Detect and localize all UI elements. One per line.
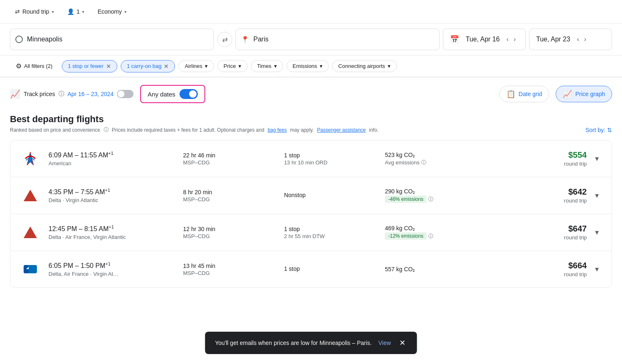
emissions-value: 557 kg CO₂ bbox=[385, 266, 520, 272]
chevron-down-icon: ▾ bbox=[82, 10, 84, 14]
chevron-down-icon: ▾ bbox=[52, 10, 54, 14]
airlines-filter-chip[interactable]: Airlines ▾ bbox=[178, 60, 214, 72]
prices-note: Prices include required taxes + fees for… bbox=[112, 127, 265, 133]
toast-message: You'll get emails when prices are low fo… bbox=[215, 340, 372, 346]
stops-text: 1 stop bbox=[284, 265, 385, 272]
location-pin-icon: 📍 bbox=[241, 36, 249, 43]
track-prices-toggle[interactable] bbox=[117, 90, 134, 98]
stops-text: Nonstop bbox=[284, 192, 385, 198]
svg-marker-3 bbox=[24, 227, 37, 238]
toolbar-row: 📈 Track prices ⓘ Apr 16 – 23, 2024 Any d… bbox=[0, 77, 622, 111]
date-grid-button[interactable]: 📋 Date grid bbox=[499, 86, 549, 102]
flight-list: 6:09 AM – 11:55 AM+1 American 22 hr 46 m… bbox=[10, 140, 612, 288]
sort-by-button[interactable]: Sort by: ⇅ bbox=[586, 127, 612, 133]
section-subtitle: Ranked based on price and convenience ⓘ … bbox=[10, 126, 612, 133]
flight-row[interactable]: 6:09 AM – 11:55 AM+1 American 22 hr 46 m… bbox=[10, 140, 612, 177]
date-range-label[interactable]: Apr 16 – 23, 2024 bbox=[68, 91, 114, 97]
price-graph-label: Price graph bbox=[575, 91, 605, 97]
flight-time-range: 4:35 PM – 7:55 AM+1 bbox=[49, 188, 183, 196]
stop-filter-close-icon[interactable]: ✕ bbox=[106, 63, 111, 70]
departure-date-prev[interactable]: ‹ bbox=[505, 34, 510, 45]
toast-view-button[interactable]: View bbox=[378, 340, 391, 346]
departure-date-next[interactable]: › bbox=[512, 34, 517, 45]
emissions-filter-chip[interactable]: Emissions ▾ bbox=[287, 60, 329, 72]
passengers-button[interactable]: 👤 1 ▾ bbox=[62, 5, 90, 18]
price-label: round trip bbox=[520, 161, 587, 167]
chevron-down-icon: ▾ bbox=[124, 10, 126, 14]
route-text: MSP–CDG bbox=[183, 270, 284, 276]
return-date-box[interactable]: Tue, Apr 23 ‹ › bbox=[529, 29, 612, 50]
price-amount: $642 bbox=[520, 187, 587, 197]
stop-filter-chip[interactable]: 1 stop or fewer ✕ bbox=[62, 60, 117, 72]
airline-logo bbox=[19, 258, 42, 281]
cabin-label: Economy bbox=[97, 8, 121, 15]
info-icon: ⓘ bbox=[421, 159, 426, 166]
price-filter-label: Price bbox=[224, 63, 236, 69]
flight-row[interactable]: 6:05 PM – 1:50 PM+1 Delta, Air France · … bbox=[10, 251, 612, 287]
emissions-badge-row: -12% emissions ⓘ bbox=[385, 232, 520, 240]
flight-price: $664 round trip bbox=[520, 261, 587, 277]
departure-date-box[interactable]: 📅 Tue, Apr 16 ‹ › bbox=[443, 29, 526, 50]
passenger-assistance-link[interactable]: Passenger assistance bbox=[317, 127, 366, 133]
track-prices-label: Track prices bbox=[24, 91, 55, 97]
flight-row[interactable]: 4:35 PM – 7:55 AM+1 Delta · Virgin Atlan… bbox=[10, 177, 612, 214]
flight-price: $647 round trip bbox=[520, 224, 587, 241]
airline-name: American bbox=[49, 160, 183, 166]
emissions-filter-label: Emissions bbox=[293, 63, 317, 69]
cabin-class-button[interactable]: Economy ▾ bbox=[92, 5, 131, 18]
airlines-filter-label: Airlines bbox=[185, 63, 202, 69]
flight-price: $642 round trip bbox=[520, 187, 587, 204]
emissions-info-icon: ⓘ bbox=[428, 196, 433, 203]
sort-by-label: Sort by: bbox=[586, 127, 605, 133]
flight-emissions: 469 kg CO₂ -12% emissions ⓘ bbox=[385, 225, 520, 240]
expand-flight-button[interactable]: ▾ bbox=[590, 263, 603, 276]
flight-row[interactable]: 12:45 PM – 8:15 AM+1 Delta · Air France,… bbox=[10, 214, 612, 251]
return-date-next[interactable]: › bbox=[582, 34, 588, 45]
any-dates-toggle[interactable] bbox=[180, 89, 198, 99]
emissions-info-icon: ⓘ bbox=[428, 233, 433, 240]
ranked-note: Ranked based on price and convenience bbox=[10, 127, 100, 133]
expand-flight-button[interactable]: ▾ bbox=[590, 152, 603, 165]
bag-filter-label: 1 carry-on bag bbox=[127, 63, 162, 69]
departure-date-label: Tue, Apr 16 bbox=[466, 36, 500, 43]
prices-note3: info. bbox=[369, 127, 379, 133]
chevron-down-icon: ▾ bbox=[388, 63, 391, 69]
origin-search-box[interactable] bbox=[10, 29, 214, 50]
trip-type-button[interactable]: ⇄ Round trip ▾ bbox=[10, 5, 59, 18]
price-graph-button[interactable]: 📈 Price graph bbox=[556, 86, 612, 102]
return-date-prev[interactable]: ‹ bbox=[575, 34, 581, 45]
swap-button[interactable]: ⇄ bbox=[217, 32, 232, 47]
bag-filter-chip[interactable]: 1 carry-on bag ✕ bbox=[121, 60, 175, 72]
toast-close-button[interactable]: ✕ bbox=[398, 338, 407, 347]
expand-flight-button[interactable]: ▾ bbox=[590, 189, 603, 202]
price-amount: $647 bbox=[520, 224, 587, 234]
price-graph-icon: 📈 bbox=[563, 89, 572, 99]
origin-input[interactable] bbox=[27, 36, 209, 43]
price-filter-chip[interactable]: Price ▾ bbox=[217, 60, 248, 72]
calendar-icon: 📅 bbox=[450, 35, 459, 44]
departure-date-nav: ‹ › bbox=[505, 34, 518, 45]
prices-note2: may apply. bbox=[290, 127, 313, 133]
airline-logo bbox=[19, 147, 42, 170]
sort-icon: ⇅ bbox=[607, 127, 612, 133]
track-prices-section: 📈 Track prices ⓘ Apr 16 – 23, 2024 bbox=[10, 89, 134, 99]
any-dates-label: Any dates bbox=[148, 91, 175, 98]
all-filters-label: All filters (2) bbox=[24, 63, 53, 69]
svg-marker-2 bbox=[24, 190, 37, 201]
emissions-value: 469 kg CO₂ bbox=[385, 225, 520, 231]
destination-input[interactable] bbox=[253, 36, 434, 43]
stop-filter-label: 1 stop or fewer bbox=[68, 63, 104, 69]
duration-text: 13 hr 45 min bbox=[183, 263, 284, 269]
any-dates-box[interactable]: Any dates bbox=[140, 85, 205, 103]
date-grid-icon: 📋 bbox=[506, 89, 515, 99]
expand-flight-button[interactable]: ▾ bbox=[590, 226, 603, 239]
swap-icon: ⇄ bbox=[222, 36, 228, 43]
connecting-airports-filter-chip[interactable]: Connecting airports ▾ bbox=[332, 60, 397, 72]
times-filter-chip[interactable]: Times ▾ bbox=[251, 60, 283, 72]
track-prices-info-icon[interactable]: ⓘ bbox=[58, 90, 64, 98]
filters-row: ⚙ All filters (2) 1 stop or fewer ✕ 1 ca… bbox=[0, 55, 622, 77]
all-filters-button[interactable]: ⚙ All filters (2) bbox=[10, 60, 58, 72]
bag-fees-link[interactable]: bag fees bbox=[267, 127, 287, 133]
bag-filter-close-icon[interactable]: ✕ bbox=[164, 63, 169, 70]
destination-search-box[interactable]: 📍 bbox=[236, 29, 440, 50]
